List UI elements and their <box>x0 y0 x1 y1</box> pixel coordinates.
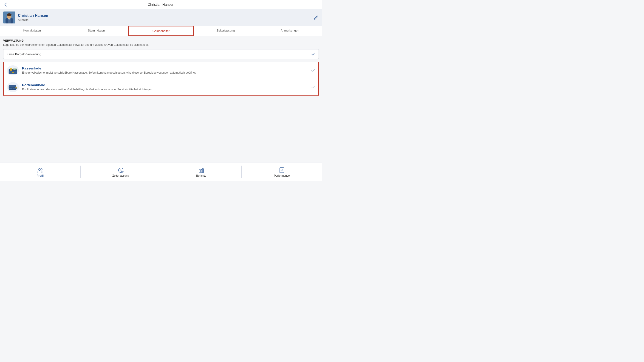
svg-text:$: $ <box>14 69 15 70</box>
svg-point-10 <box>10 68 12 69</box>
tab-kontaktdaten[interactable]: Kontaktdaten <box>0 26 64 36</box>
top-header: Christian Hansen <box>0 0 322 9</box>
page-title: Christian Hansen <box>148 3 174 7</box>
avatar <box>3 12 15 24</box>
back-button[interactable] <box>3 2 8 7</box>
tab-stammdaten[interactable]: Stammdaten <box>64 26 128 36</box>
profile-bar: Christian Hansen Aushilfe <box>0 9 322 26</box>
tab-bar: Kontaktdaten Stammdaten Geldbehälter Zei… <box>0 26 322 36</box>
kassenlade-text: Kassenlade Eine physikalische, meist ver… <box>22 66 309 75</box>
portemonnaie-icon <box>7 82 19 92</box>
kassenlade-icon: $ <box>7 65 19 75</box>
portemonnaie-desc: Ein Portemonnaie oder ein sonstiger Geld… <box>22 88 309 92</box>
section-title: VERWALTUNG <box>3 39 319 42</box>
svg-rect-7 <box>12 72 14 73</box>
portemonnaie-text: Portemonnaie Ein Portemonnaie oder ein s… <box>22 83 309 92</box>
option-portemonnaie[interactable]: Portemonnaie Ein Portemonnaie oder ein s… <box>4 79 318 95</box>
avatar-image <box>3 12 15 24</box>
tab-zeiterfassung[interactable]: Zeiterfassung <box>194 26 258 36</box>
zeiterfassung-nav-icon <box>118 167 124 173</box>
edit-button[interactable] <box>314 15 319 20</box>
portemonnaie-check <box>311 85 315 89</box>
bottom-nav: Profil Zeiterfassung <box>0 163 322 181</box>
nav-berichte-label: Berichte <box>196 174 206 177</box>
svg-point-21 <box>38 168 40 170</box>
main-content: VERWALTUNG Lege fest, ob der Mitarbeiter… <box>0 36 322 98</box>
performance-icon <box>279 167 285 173</box>
dropdown-label: Keine Bargeld-Verwaltung <box>7 52 41 56</box>
svg-point-22 <box>41 168 42 170</box>
svg-rect-17 <box>9 88 12 89</box>
svg-rect-25 <box>199 171 200 173</box>
profile-name: Christian Hansen <box>18 14 48 18</box>
profile-role: Aushilfe <box>18 18 48 22</box>
svg-point-20 <box>16 87 17 89</box>
svg-rect-27 <box>202 168 204 173</box>
kassenlade-desc: Eine physikalische, meist verschließbare… <box>22 71 309 75</box>
portemonnaie-title: Portemonnaie <box>22 83 309 87</box>
dropdown-check-icon <box>311 52 315 56</box>
berichte-icon <box>198 167 204 173</box>
nav-profil[interactable]: Profil <box>0 163 80 181</box>
tab-geldbehälter[interactable]: Geldbehälter <box>128 26 194 36</box>
section-description: Lege fest, ob der Mitarbeiter einen eige… <box>3 43 319 47</box>
bargeld-dropdown[interactable]: Keine Bargeld-Verwaltung <box>3 49 319 59</box>
option-kassenlade[interactable]: $ Kassenlade Eine physikalische, meist v… <box>4 62 318 79</box>
kassenlade-title: Kassenlade <box>22 66 309 70</box>
options-box: $ Kassenlade Eine physikalische, meist v… <box>3 62 319 96</box>
nav-berichte[interactable]: Berichte <box>161 163 242 181</box>
svg-point-4 <box>7 13 12 16</box>
nav-performance-label: Performance <box>274 174 290 177</box>
profil-icon <box>37 167 43 173</box>
kassenlade-check <box>311 68 315 72</box>
nav-zeiterfassung[interactable]: Zeiterfassung <box>80 163 161 181</box>
svg-rect-26 <box>201 169 202 173</box>
profile-info: Christian Hansen Aushilfe <box>18 14 48 22</box>
svg-rect-16 <box>11 87 14 87</box>
nav-zeiterfassung-label: Zeiterfassung <box>112 174 129 177</box>
nav-profil-label: Profil <box>37 174 44 177</box>
tab-anmerkungen[interactable]: Anmerkungen <box>258 26 322 36</box>
nav-performance[interactable]: Performance <box>242 163 322 181</box>
